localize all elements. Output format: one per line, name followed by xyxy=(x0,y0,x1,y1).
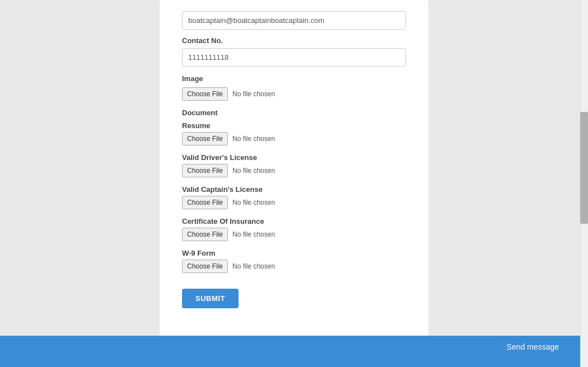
document-section-label: Document xyxy=(182,109,406,117)
certificate-no-file-text: No file chosen xyxy=(232,230,275,238)
email-field-group xyxy=(182,11,406,30)
w9-field-group: W-9 Form Choose File No file chosen xyxy=(182,249,406,273)
send-message-button[interactable]: Send message xyxy=(494,336,571,358)
w9-label: W-9 Form xyxy=(182,249,406,257)
captains-license-field-group: Valid Captain's License Choose File No f… xyxy=(182,185,406,209)
w9-no-file-text: No file chosen xyxy=(232,262,275,270)
resume-field-group: Resume Choose File No file chosen xyxy=(182,121,406,145)
document-section: Document Resume Choose File No file chos… xyxy=(182,109,406,273)
captains-license-no-file-text: No file chosen xyxy=(232,199,275,206)
certificate-label: Certificate Of Insurance xyxy=(182,217,406,225)
drivers-license-field-group: Valid Driver's License Choose File No fi… xyxy=(182,153,406,177)
contact-input[interactable] xyxy=(182,48,406,67)
scrollbar-track xyxy=(580,0,588,367)
drivers-license-label: Valid Driver's License xyxy=(182,153,406,162)
w9-file-row: Choose File No file chosen xyxy=(182,260,406,273)
certificate-choose-file-button[interactable]: Choose File xyxy=(182,228,228,241)
drivers-license-choose-file-button[interactable]: Choose File xyxy=(182,164,228,177)
captains-license-choose-file-button[interactable]: Choose File xyxy=(182,196,228,209)
scrollbar-thumb[interactable] xyxy=(580,112,588,224)
certificate-field-group: Certificate Of Insurance Choose File No … xyxy=(182,217,406,241)
image-choose-file-button[interactable]: Choose File xyxy=(182,87,228,101)
captains-license-file-row: Choose File No file chosen xyxy=(182,196,406,209)
drivers-license-file-row: Choose File No file chosen xyxy=(182,164,406,177)
image-no-file-text: No file chosen xyxy=(232,90,275,98)
drivers-license-no-file-text: No file chosen xyxy=(232,167,275,175)
certificate-file-row: Choose File No file chosen xyxy=(182,228,406,241)
page-wrapper: Contact No. Image Choose File No file ch… xyxy=(0,0,588,367)
resume-no-file-text: No file chosen xyxy=(232,135,275,143)
email-input[interactable] xyxy=(182,11,406,30)
contact-field-group: Contact No. xyxy=(182,36,406,67)
captains-license-label: Valid Captain's License xyxy=(182,185,406,194)
resume-file-row: Choose File No file chosen xyxy=(182,132,406,145)
submit-button[interactable]: SUBMIT xyxy=(182,289,239,308)
image-file-row: Choose File No file chosen xyxy=(182,87,406,101)
contact-label: Contact No. xyxy=(182,36,406,45)
w9-choose-file-button[interactable]: Choose File xyxy=(182,260,228,273)
form-card: Contact No. Image Choose File No file ch… xyxy=(160,0,428,356)
resume-label: Resume xyxy=(182,121,406,130)
image-field-group: Image Choose File No file chosen xyxy=(182,74,406,101)
bottom-bar xyxy=(0,336,580,367)
resume-choose-file-button[interactable]: Choose File xyxy=(182,132,228,145)
image-label: Image xyxy=(182,74,406,83)
